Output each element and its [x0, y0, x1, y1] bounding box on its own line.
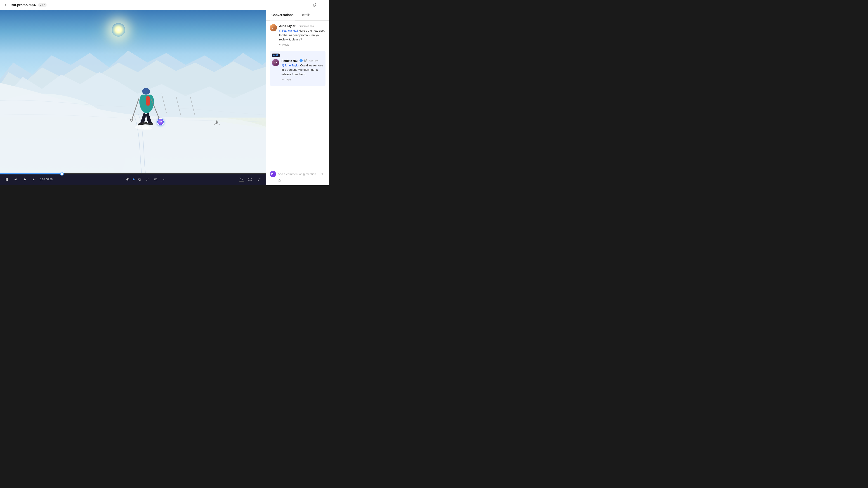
- speed-button[interactable]: 1x: [239, 177, 244, 182]
- comment-entry-june: JT June Taylor 57 minutes ago @Patricia …: [270, 24, 326, 46]
- conversations-area: JT June Taylor 57 minutes ago @Patricia …: [266, 21, 329, 168]
- video-panel: PH: [0, 10, 266, 185]
- avatar-patricia: PH: [272, 59, 279, 66]
- controls-row: 0:07 / 0:30: [0, 174, 266, 184]
- back-button[interactable]: [3, 2, 9, 8]
- svg-point-32: [156, 179, 157, 180]
- right-panel: Conversations Details JT June Taylor 57 …: [266, 10, 329, 185]
- version-selector[interactable]: V1 ▾: [38, 3, 47, 7]
- progress-thumb[interactable]: [60, 172, 64, 175]
- loop-button[interactable]: [136, 176, 143, 183]
- svg-point-1: [323, 4, 324, 5]
- reply-button-patricia[interactable]: ↩ Reply: [281, 78, 323, 81]
- comment-thread-2: 0:07 PH Patricia Hall i 💬 Just now: [270, 51, 326, 86]
- volume-button[interactable]: [31, 176, 37, 183]
- tab-conversations[interactable]: Conversations: [270, 10, 295, 20]
- svg-rect-28: [24, 178, 25, 180]
- svg-marker-25: [14, 178, 16, 180]
- comment-entry-patricia: PH Patricia Hall i 💬 Just now @Jun: [272, 59, 323, 81]
- comment-content-june: June Taylor 57 minutes ago @Patricia Hal…: [279, 24, 326, 46]
- indicator-dot: [133, 178, 134, 180]
- message-icon: 💬: [304, 59, 307, 62]
- view-button[interactable]: [125, 176, 131, 183]
- svg-point-0: [322, 4, 322, 5]
- exit-button[interactable]: [256, 176, 262, 183]
- main-content: PH: [0, 10, 329, 185]
- skip-forward-button[interactable]: [22, 176, 28, 183]
- annotate-button[interactable]: [145, 176, 151, 183]
- top-bar-right: [311, 2, 327, 8]
- avatar-june: JT: [270, 24, 277, 31]
- svg-rect-24: [7, 178, 8, 181]
- svg-point-22: [143, 127, 152, 130]
- reply-arrow-icon: ↩: [279, 43, 281, 46]
- comment-header-patricia: Patricia Hall i 💬 Just now: [281, 59, 323, 62]
- more-tools-button[interactable]: [161, 176, 167, 183]
- avatar-patricia-img: PH: [272, 59, 279, 66]
- top-bar: ski-promo.mp4 V1 ▾: [0, 0, 329, 10]
- progress-bar[interactable]: [0, 173, 266, 174]
- comment-icons: i 💬: [300, 59, 307, 62]
- unread-badge-icon: i: [300, 59, 303, 62]
- svg-rect-23: [6, 178, 6, 181]
- reply-arrow-icon-2: ↩: [281, 78, 284, 81]
- video-controls: 0:07 / 0:30: [0, 173, 266, 185]
- comment-header-june: June Taylor 57 minutes ago: [279, 24, 326, 28]
- input-avatar: PH: [270, 171, 276, 177]
- share-link-button[interactable]: [311, 2, 318, 8]
- svg-marker-27: [25, 178, 26, 180]
- commenter-name-patricia: Patricia Hall: [281, 59, 298, 62]
- commenter-name-june: June Taylor: [279, 24, 296, 28]
- svg-point-2: [324, 4, 325, 5]
- tab-details[interactable]: Details: [299, 10, 312, 20]
- reply-button-june[interactable]: ↩ Reply: [279, 43, 326, 46]
- comment-text-june: @Patricia Hall Here's the new spot for t…: [279, 29, 326, 42]
- comment-avatar: PH: [158, 119, 163, 125]
- progress-fill: [0, 173, 62, 174]
- send-button[interactable]: [319, 171, 326, 177]
- right-controls: [125, 176, 167, 183]
- pause-button[interactable]: [4, 176, 10, 183]
- comment-input[interactable]: [278, 172, 317, 176]
- svg-rect-26: [16, 178, 17, 180]
- time-display: 0:07 / 0:30: [40, 178, 53, 181]
- comment-content-patricia: Patricia Hall i 💬 Just now @June Taylor …: [281, 59, 323, 81]
- mention-patricia: @Patricia Hall: [279, 29, 298, 32]
- comment-input-area: PH @: [266, 168, 329, 185]
- svg-point-14: [142, 88, 150, 95]
- mention-june: @June Taylor: [281, 64, 299, 67]
- comment-text-patricia: @June Taylor Could we remove this person…: [281, 63, 323, 76]
- video-wrapper[interactable]: PH: [0, 10, 266, 173]
- right-tabs: Conversations Details: [266, 10, 329, 21]
- comment-marker[interactable]: PH: [157, 118, 164, 125]
- file-title: ski-promo.mp4: [11, 3, 36, 7]
- comment-time-june: 57 minutes ago: [297, 25, 314, 27]
- top-bar-left: ski-promo.mp4 V1 ▾: [3, 2, 46, 8]
- timestamp-badge: 0:07: [272, 54, 280, 57]
- svg-point-30: [127, 179, 128, 180]
- fullscreen-button[interactable]: [247, 176, 253, 183]
- comment-input-row: PH: [270, 171, 326, 177]
- avatar-june-img: JT: [270, 24, 277, 31]
- comment-thread-1: JT June Taylor 57 minutes ago @Patricia …: [270, 24, 326, 46]
- svg-point-11: [216, 121, 217, 124]
- skip-back-button[interactable]: [13, 176, 19, 183]
- shapes-button[interactable]: [153, 176, 159, 183]
- terrain-svg: [0, 10, 266, 173]
- svg-rect-31: [154, 179, 156, 180]
- more-options-button[interactable]: [320, 2, 327, 8]
- video-frame: PH: [0, 10, 266, 173]
- at-mention-button[interactable]: @: [278, 179, 281, 183]
- comment-time-patricia: Just now: [308, 59, 318, 62]
